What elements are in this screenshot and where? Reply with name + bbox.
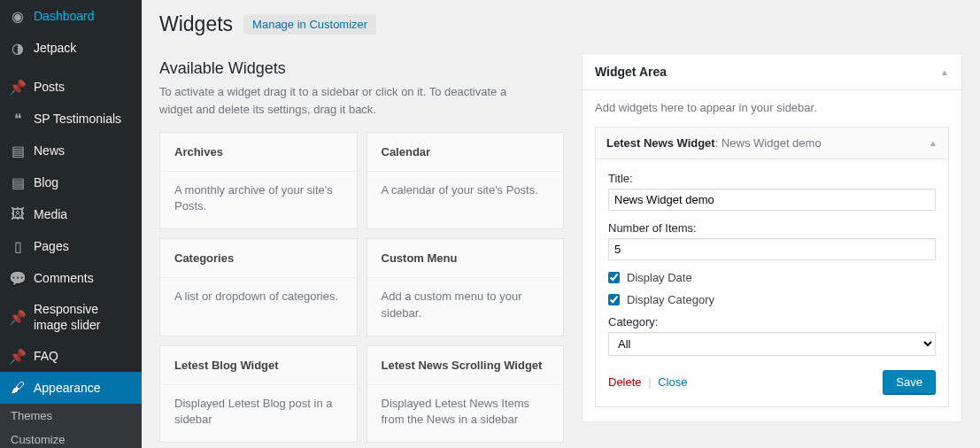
sidebar-item-pages[interactable]: ▯Pages	[0, 230, 142, 262]
widget-card[interactable]: Custom MenuAdd a custom menu to your sid…	[367, 238, 565, 336]
manage-customizer-button[interactable]: Manage in Customizer	[243, 14, 376, 35]
media-icon: 🖼	[9, 205, 27, 223]
display-date-label: Display Date	[627, 271, 692, 284]
list-icon: ▤	[9, 142, 27, 159]
jetpack-icon: ◑	[9, 39, 27, 57]
list-icon: ▤	[9, 174, 27, 191]
page-icon: ▯	[9, 237, 27, 255]
sidebar-item-faq[interactable]: 📌FAQ	[0, 340, 142, 372]
sidebar-sub-themes[interactable]: Themes	[0, 404, 142, 428]
category-label: Category:	[608, 315, 936, 328]
delete-link[interactable]: Delete	[608, 375, 642, 389]
sidebar-item-testimonials[interactable]: ❝SP Testimonials	[0, 103, 142, 135]
widget-title: Letest Blog Widget	[160, 346, 357, 385]
sidebar-item-label: Responsive image slider	[34, 301, 133, 333]
main-content: Widgets Manage in Customizer Available W…	[142, 0, 980, 448]
widget-instance-header[interactable]: Letest News Widget: News Widget demo ▲	[595, 127, 949, 159]
sidebar-item-label: FAQ	[34, 349, 58, 363]
widget-title: Calendar	[367, 133, 564, 172]
dashboard-icon: ◉	[9, 7, 27, 25]
page-title: Widgets	[159, 12, 233, 36]
sidebar-item-label: Appearance	[34, 381, 101, 395]
pin-icon: 📌	[9, 308, 27, 326]
widget-area-body: Add widgets here to appear in your sideb…	[582, 90, 962, 422]
widget-desc: A calendar of your site's Posts.	[367, 172, 564, 212]
sidebar-item-label: Posts	[34, 80, 65, 94]
sidebar-item-label: Comments	[34, 271, 94, 285]
sidebar-item-appearance[interactable]: 🖌Appearance	[0, 372, 142, 404]
brush-icon: 🖌	[9, 379, 27, 397]
quote-icon: ❝	[9, 110, 27, 127]
widget-area-desc: Add widgets here to appear in your sideb…	[595, 101, 949, 114]
widget-instance-name: Letest News Widget	[606, 136, 715, 150]
sidebar-sub-customize[interactable]: Customize	[0, 428, 142, 448]
sidebar-item-comments[interactable]: 💬Comments	[0, 262, 142, 294]
sidebar-item-label: Pages	[34, 239, 69, 253]
widget-card[interactable]: Letest News Scrolling WidgetDisplayed Le…	[367, 345, 565, 443]
sidebar-item-slider[interactable]: 📌Responsive image slider	[0, 294, 142, 340]
num-items-label: Number of Items:	[608, 221, 936, 235]
title-input[interactable]	[608, 189, 936, 211]
widget-desc: Add a custom menu to your sidebar.	[367, 278, 564, 335]
widget-desc: Displayed Letest Blog post in a sidebar	[160, 385, 357, 442]
save-button[interactable]: Save	[883, 370, 936, 394]
available-widgets-title: Available Widgets	[159, 59, 564, 78]
widget-card[interactable]: CalendarA calendar of your site's Posts.	[367, 132, 565, 229]
title-label: Title:	[608, 172, 936, 185]
widget-grid: ArchivesA monthly archive of your site's…	[159, 132, 564, 448]
sidebar-item-label: News	[34, 143, 65, 158]
sidebar-item-label: Blog	[34, 175, 58, 189]
widget-desc: Displayed Letest News Items from the New…	[367, 385, 564, 442]
sidebar-item-news[interactable]: ▤News	[0, 135, 142, 166]
widget-card[interactable]: Letest Blog WidgetDisplayed Letest Blog …	[159, 345, 358, 443]
widget-desc: A monthly archive of your site's Posts.	[160, 172, 357, 228]
sidebar-item-label: SP Testimonials	[34, 112, 121, 126]
widget-desc: A list or dropdown of categories.	[160, 278, 357, 319]
display-category-checkbox[interactable]	[608, 294, 620, 305]
sidebar-item-dashboard[interactable]: ◉Dashboard	[0, 0, 142, 32]
widget-area-title: Widget Area	[595, 65, 667, 79]
close-link[interactable]: Close	[658, 375, 687, 389]
widget-card[interactable]: ArchivesA monthly archive of your site's…	[159, 132, 358, 229]
widget-title: Letest News Scrolling Widget	[367, 346, 564, 385]
available-widgets-desc: To activate a widget drag it to a sideba…	[159, 83, 531, 118]
widget-card[interactable]: CategoriesA list or dropdown of categori…	[159, 238, 358, 336]
comment-icon: 💬	[9, 269, 27, 287]
widget-area-header[interactable]: Widget Area ▲	[582, 53, 962, 90]
sidebar-submenu: Themes Customize	[0, 404, 142, 448]
num-items-input[interactable]	[608, 238, 936, 260]
category-select[interactable]: All	[608, 332, 936, 356]
widget-instance-subtitle: : News Widget demo	[715, 136, 822, 150]
chevron-up-icon: ▲	[929, 138, 938, 148]
chevron-up-icon: ▲	[940, 67, 949, 77]
widget-title: Categories	[160, 239, 357, 278]
widget-instance-body: Title: Number of Items: Display Date Dis…	[595, 159, 949, 407]
sidebar-item-jetpack[interactable]: ◑Jetpack	[0, 32, 142, 64]
admin-sidebar: ◉Dashboard ◑Jetpack 📌Posts ❝SP Testimoni…	[0, 0, 142, 448]
display-date-checkbox[interactable]	[608, 272, 620, 283]
display-category-label: Display Category	[627, 293, 714, 306]
widget-title: Archives	[160, 133, 357, 172]
sidebar-item-media[interactable]: 🖼Media	[0, 198, 142, 230]
sidebar-item-posts[interactable]: 📌Posts	[0, 71, 142, 103]
sidebar-item-label: Media	[34, 207, 67, 221]
sidebar-item-label: Dashboard	[34, 9, 95, 23]
sidebar-item-label: Jetpack	[34, 41, 76, 55]
widget-title: Custom Menu	[367, 239, 564, 278]
pin-icon: 📌	[9, 78, 27, 96]
pin-icon: 📌	[9, 347, 27, 365]
sidebar-item-blog[interactable]: ▤Blog	[0, 166, 142, 198]
